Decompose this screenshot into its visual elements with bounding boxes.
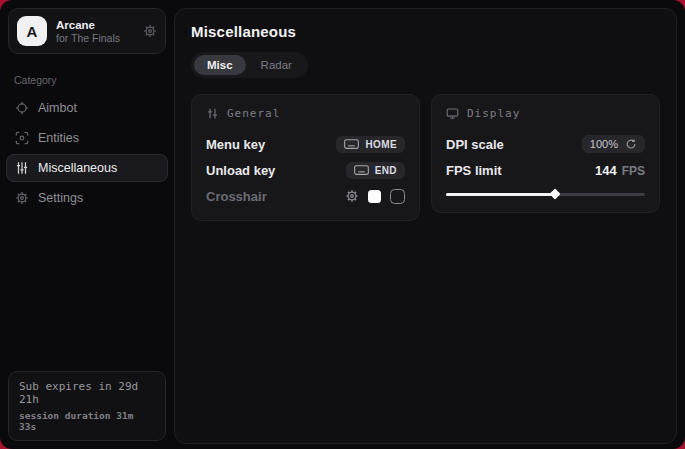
tab-misc[interactable]: Misc xyxy=(194,55,246,75)
dpi-scale-row: DPI scale 100% xyxy=(446,132,645,156)
page-title: Miscellaneous xyxy=(191,23,660,40)
session-duration-text: session duration 31m 33s xyxy=(19,410,155,432)
fps-slider-fill xyxy=(446,193,555,196)
crosshair-icon xyxy=(15,101,29,115)
sidebar-item-label: Aimbot xyxy=(38,101,77,115)
crosshair-color-swatch[interactable] xyxy=(368,190,381,203)
fps-limit-slider[interactable] xyxy=(446,188,645,200)
brand-card: A Arcane for The Finals xyxy=(8,8,166,54)
avatar: A xyxy=(17,16,47,46)
dpi-scale-value: 100% xyxy=(590,138,618,150)
unload-keybind-button[interactable]: END xyxy=(346,162,405,179)
scan-icon xyxy=(15,131,29,145)
menu-key-label: Menu key xyxy=(206,137,265,152)
fps-limit-label: FPS limit xyxy=(446,163,502,178)
gear-icon xyxy=(15,191,29,205)
sidebar-item-label: Miscellaneous xyxy=(38,161,117,175)
app-window: A Arcane for The Finals Category xyxy=(0,0,685,449)
unload-key-row: Unload key END xyxy=(206,158,405,182)
keyboard-icon xyxy=(344,139,359,149)
general-card-title: General xyxy=(227,107,280,120)
sidebar-item-label: Settings xyxy=(38,191,83,205)
fps-limit-value: 144 xyxy=(595,163,617,178)
menu-keybind-button[interactable]: HOME xyxy=(336,136,405,153)
subscription-card: Sub expires in 29d 21h session duration … xyxy=(8,371,166,441)
sidebar-item-label: Entities xyxy=(38,131,79,145)
sidebar-item-miscellaneous[interactable]: Miscellaneous xyxy=(6,154,168,182)
crosshair-label: Crosshair xyxy=(206,189,267,204)
crosshair-checkbox[interactable] xyxy=(390,189,405,204)
general-card: General Menu key HOME xyxy=(191,94,420,221)
dpi-scale-button[interactable]: 100% xyxy=(582,135,645,153)
cycle-icon xyxy=(625,138,637,150)
fps-slider-thumb[interactable] xyxy=(550,188,561,199)
monitor-icon xyxy=(446,107,459,120)
crosshair-settings-gear-icon[interactable] xyxy=(345,189,359,203)
display-card: Display DPI scale 100% xyxy=(431,94,660,213)
tab-bar: Misc Radar xyxy=(191,52,308,78)
fps-limit-row: FPS limit 144 FPS xyxy=(446,158,645,182)
unload-key-label: Unload key xyxy=(206,163,275,178)
brand-settings-gear-icon[interactable] xyxy=(143,24,157,38)
display-card-title: Display xyxy=(467,107,520,120)
sidebar-item-settings[interactable]: Settings xyxy=(6,184,168,212)
sidebar-nav: Aimbot Entities Miscella xyxy=(0,94,174,212)
main-panel: Miscellaneous Misc Radar General xyxy=(174,8,677,444)
sidebar-item-entities[interactable]: Entities xyxy=(6,124,168,152)
menu-key-row: Menu key HOME xyxy=(206,132,405,156)
brand-subtitle: for The Finals xyxy=(56,32,134,44)
sidebar: A Arcane for The Finals Category xyxy=(0,0,174,449)
sliders-small-icon xyxy=(206,107,219,120)
sub-expiry-text: Sub expires in 29d 21h xyxy=(19,380,155,406)
category-label: Category xyxy=(14,74,160,86)
crosshair-row: Crosshair xyxy=(206,184,405,208)
fps-limit-unit: FPS xyxy=(622,164,645,178)
sidebar-item-aimbot[interactable]: Aimbot xyxy=(6,94,168,122)
dpi-scale-label: DPI scale xyxy=(446,137,504,152)
brand-title: Arcane xyxy=(56,19,134,31)
tab-radar[interactable]: Radar xyxy=(248,55,305,75)
sliders-icon xyxy=(15,161,29,175)
keyboard-icon xyxy=(354,165,369,175)
